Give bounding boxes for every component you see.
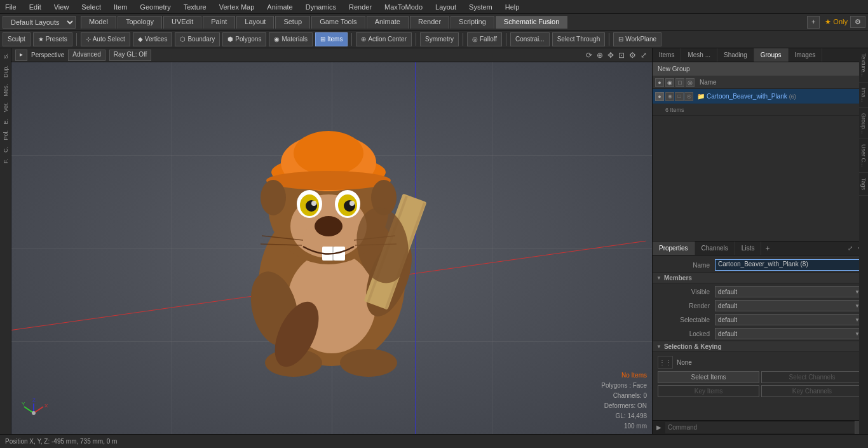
new-group-button[interactable]: New Group bbox=[653, 62, 868, 76]
key-channels-button[interactable]: Key Channels bbox=[761, 385, 863, 397]
group-row-beaver[interactable]: ● ◉ □ ◎ 📁 Cartoon_Beaver_with_Plank (6) bbox=[653, 89, 868, 104]
menu-select[interactable]: Select bbox=[79, 2, 104, 12]
no-items-label: No Items bbox=[601, 370, 647, 381]
settings-button[interactable]: ⚙ bbox=[850, 16, 865, 28]
menu-render[interactable]: Render bbox=[346, 2, 374, 12]
side-tab-group[interactable]: Group... bbox=[859, 108, 868, 140]
menu-system[interactable]: System bbox=[466, 2, 495, 12]
tab-layout[interactable]: Layout bbox=[236, 16, 274, 29]
side-tab-ima[interactable]: Ima... bbox=[859, 83, 868, 108]
menu-dynamics[interactable]: Dynamics bbox=[303, 2, 339, 12]
symmetry-button[interactable]: Symmetry bbox=[420, 32, 459, 46]
left-panel-f[interactable]: F. bbox=[1, 156, 10, 166]
prop-visible-select[interactable]: default ▼ bbox=[715, 286, 863, 297]
side-tab-userc[interactable]: User C... bbox=[859, 139, 868, 173]
layout-selector[interactable]: Default Layouts bbox=[3, 16, 76, 29]
prop-tab-lists[interactable]: Lists bbox=[735, 241, 762, 255]
menu-view[interactable]: View bbox=[51, 2, 72, 12]
group-lock-icon[interactable]: ◎ bbox=[684, 92, 693, 101]
prop-render-select[interactable]: default ▼ bbox=[715, 300, 863, 311]
tab-items[interactable]: Items bbox=[653, 48, 681, 62]
group-icon-render[interactable]: ◉ bbox=[665, 78, 674, 87]
viewport-raygl-btn[interactable]: Ray GL: Off bbox=[109, 50, 152, 61]
left-panel-pol[interactable]: Pol. bbox=[1, 128, 10, 143]
viewport-advanced-btn[interactable]: Advanced bbox=[68, 50, 105, 61]
polygons-button[interactable]: ⬢ Polygons bbox=[222, 32, 266, 46]
left-panel-s[interactable]: S. bbox=[1, 51, 10, 62]
prop-locked-select[interactable]: default ▼ bbox=[715, 328, 863, 339]
left-panel-mes[interactable]: Mes. bbox=[1, 81, 10, 99]
viewport-rotate-icon[interactable]: ⟳ bbox=[585, 51, 593, 60]
group-icon-lock[interactable]: ◎ bbox=[686, 78, 695, 87]
menu-help[interactable]: Help bbox=[503, 2, 522, 12]
stars-only-label[interactable]: ★ Only bbox=[825, 18, 848, 26]
tab-animate[interactable]: Animate bbox=[367, 16, 409, 29]
menu-texture[interactable]: Texture bbox=[181, 2, 209, 12]
tab-topology[interactable]: Topology bbox=[118, 16, 162, 29]
viewport-zoom-icon[interactable]: ⊕ bbox=[595, 51, 604, 60]
prop-selectable-select[interactable]: default ▼ bbox=[715, 314, 863, 325]
tab-schematic-fusion[interactable]: Schematic Fusion bbox=[496, 16, 567, 29]
items-button[interactable]: ⊞ Items bbox=[315, 32, 348, 46]
constraints-button[interactable]: Constrai... bbox=[510, 32, 550, 46]
prop-name-value[interactable]: Cartoon_Beaver_with_Plank (8) bbox=[715, 259, 863, 271]
viewport-settings-icon[interactable]: ⚙ bbox=[628, 51, 637, 60]
presets-button[interactable]: ★ Presets bbox=[33, 32, 72, 46]
viewport-expand2-icon[interactable]: ⤢ bbox=[639, 51, 648, 60]
key-items-button[interactable]: Key Items bbox=[658, 385, 759, 397]
tab-uvedit[interactable]: UVEdit bbox=[163, 16, 201, 29]
left-panel-e[interactable]: E. bbox=[1, 116, 10, 127]
tab-groups[interactable]: Groups bbox=[754, 48, 789, 62]
left-panel-dup[interactable]: Dup. bbox=[1, 63, 10, 80]
group-icon-sel[interactable]: □ bbox=[675, 78, 684, 87]
sculpt-button[interactable]: Sculpt bbox=[3, 32, 31, 46]
menu-edit[interactable]: Edit bbox=[27, 2, 44, 12]
viewport-frame-icon[interactable]: ⊡ bbox=[617, 51, 626, 60]
auto-select-button[interactable]: ⊹ Auto Select bbox=[81, 32, 130, 46]
side-tab-tags[interactable]: Tags bbox=[859, 173, 868, 196]
menu-maxtomodo[interactable]: MaxToModo bbox=[382, 2, 425, 12]
members-section-header[interactable]: ▼ Members bbox=[653, 272, 868, 283]
prop-tab-channels[interactable]: Channels bbox=[695, 241, 735, 255]
select-channels-button[interactable]: Select Channels bbox=[761, 371, 863, 383]
left-panel-ver[interactable]: Ver. bbox=[1, 100, 10, 115]
tab-setup[interactable]: Setup bbox=[275, 16, 310, 29]
side-tab-texture[interactable]: Texture... bbox=[859, 48, 868, 83]
group-sel-icon[interactable]: □ bbox=[675, 92, 684, 101]
viewport-pan-icon[interactable]: ✥ bbox=[606, 51, 615, 60]
menu-file[interactable]: File bbox=[3, 2, 19, 12]
group-eye-btn[interactable]: ● bbox=[655, 92, 664, 101]
viewport-canvas[interactable]: No Items Polygons : Face Channels: 0 Def… bbox=[11, 62, 652, 434]
materials-button[interactable]: ◉ Materials bbox=[269, 32, 313, 46]
prop-tab-add-button[interactable]: + bbox=[761, 243, 773, 254]
tab-model[interactable]: Model bbox=[81, 16, 116, 29]
prop-tab-expand-icon[interactable]: ⤢ bbox=[846, 244, 855, 252]
group-icon-eye[interactable]: ● bbox=[655, 78, 664, 87]
tab-images[interactable]: Images bbox=[789, 48, 823, 62]
left-panel-c[interactable]: C. bbox=[1, 144, 10, 155]
menu-item[interactable]: Item bbox=[111, 2, 130, 12]
sk-section-header[interactable]: ▼ Selection & Keying bbox=[653, 341, 868, 352]
tab-paint[interactable]: Paint bbox=[203, 16, 235, 29]
viewport-expand-btn[interactable]: ▸ bbox=[15, 50, 27, 61]
boundary-button[interactable]: ⬡ Boundary bbox=[175, 32, 220, 46]
tab-mesh[interactable]: Mesh ... bbox=[681, 48, 717, 62]
layout-add-button[interactable]: + bbox=[807, 16, 820, 29]
falloff-button[interactable]: ◎ Falloff bbox=[467, 32, 502, 46]
action-center-button[interactable]: ⊕ Action Center bbox=[356, 32, 412, 46]
select-through-button[interactable]: Select Through bbox=[552, 32, 606, 46]
tab-scripting[interactable]: Scripting bbox=[451, 16, 494, 29]
menu-animate[interactable]: Animate bbox=[264, 2, 295, 12]
command-input[interactable] bbox=[665, 422, 855, 433]
tab-render[interactable]: Render bbox=[410, 16, 449, 29]
tab-shading[interactable]: Shading bbox=[717, 48, 754, 62]
menu-vertex-map[interactable]: Vertex Map bbox=[217, 2, 257, 12]
menu-layout[interactable]: Layout bbox=[433, 2, 459, 12]
vertices-button[interactable]: ◆ Vertices bbox=[133, 32, 173, 46]
work-plane-button[interactable]: ⊟ WorkPlane bbox=[613, 32, 661, 46]
group-render-icon[interactable]: ◉ bbox=[665, 92, 674, 101]
menu-geometry[interactable]: Geometry bbox=[137, 2, 173, 12]
prop-tab-properties[interactable]: Properties bbox=[653, 241, 695, 255]
tab-game-tools[interactable]: Game Tools bbox=[311, 16, 365, 29]
select-items-button[interactable]: Select Items bbox=[658, 371, 759, 383]
